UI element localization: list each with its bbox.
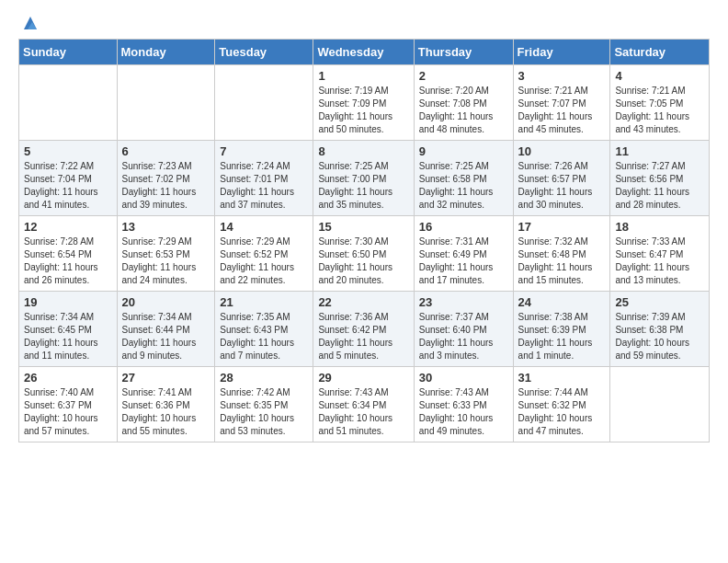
- calendar-cell: 19Sunrise: 7:34 AM Sunset: 6:45 PM Dayli…: [19, 292, 118, 367]
- calendar-cell: 25Sunrise: 7:39 AM Sunset: 6:38 PM Dayli…: [610, 292, 710, 367]
- page: Sunday Monday Tuesday Wednesday Thursday…: [0, 0, 728, 563]
- calendar: Sunday Monday Tuesday Wednesday Thursday…: [18, 39, 710, 442]
- calendar-cell: 20Sunrise: 7:34 AM Sunset: 6:44 PM Dayli…: [117, 292, 215, 367]
- day-info: Sunrise: 7:25 AM Sunset: 6:58 PM Dayligh…: [419, 160, 508, 212]
- calendar-week-row: 12Sunrise: 7:28 AM Sunset: 6:54 PM Dayli…: [19, 216, 710, 292]
- calendar-cell: 15Sunrise: 7:30 AM Sunset: 6:50 PM Dayli…: [313, 216, 414, 292]
- day-info: Sunrise: 7:19 AM Sunset: 7:09 PM Dayligh…: [318, 85, 408, 136]
- calendar-cell: 22Sunrise: 7:36 AM Sunset: 6:42 PM Dayli…: [313, 292, 414, 367]
- calendar-cell: 13Sunrise: 7:29 AM Sunset: 6:53 PM Dayli…: [117, 216, 215, 292]
- day-info: Sunrise: 7:27 AM Sunset: 6:56 PM Dayligh…: [615, 160, 704, 212]
- calendar-cell: 4Sunrise: 7:21 AM Sunset: 7:05 PM Daylig…: [610, 65, 710, 141]
- day-number: 11: [615, 144, 704, 158]
- day-info: Sunrise: 7:25 AM Sunset: 7:00 PM Dayligh…: [318, 160, 408, 212]
- calendar-cell: 24Sunrise: 7:38 AM Sunset: 6:39 PM Dayli…: [513, 292, 610, 367]
- day-number: 18: [615, 220, 704, 234]
- day-number: 7: [220, 144, 308, 158]
- calendar-cell: 28Sunrise: 7:42 AM Sunset: 6:35 PM Dayli…: [215, 367, 313, 442]
- day-info: Sunrise: 7:34 AM Sunset: 6:44 PM Dayligh…: [122, 311, 210, 362]
- calendar-week-row: 19Sunrise: 7:34 AM Sunset: 6:45 PM Dayli…: [19, 292, 710, 367]
- day-number: 14: [220, 220, 308, 234]
- calendar-header-row: Sunday Monday Tuesday Wednesday Thursday…: [19, 40, 710, 65]
- day-number: 25: [615, 295, 704, 309]
- calendar-cell: 14Sunrise: 7:29 AM Sunset: 6:52 PM Dayli…: [215, 216, 313, 292]
- day-info: Sunrise: 7:30 AM Sunset: 6:50 PM Dayligh…: [318, 236, 408, 287]
- day-info: Sunrise: 7:22 AM Sunset: 7:04 PM Dayligh…: [24, 160, 112, 212]
- day-info: Sunrise: 7:20 AM Sunset: 7:08 PM Dayligh…: [419, 85, 508, 136]
- day-number: 12: [24, 220, 112, 234]
- day-info: Sunrise: 7:36 AM Sunset: 6:42 PM Dayligh…: [318, 311, 408, 362]
- day-number: 1: [318, 69, 408, 83]
- day-info: Sunrise: 7:29 AM Sunset: 6:52 PM Dayligh…: [220, 236, 308, 287]
- day-info: Sunrise: 7:32 AM Sunset: 6:48 PM Dayligh…: [518, 236, 606, 287]
- calendar-cell: 9Sunrise: 7:25 AM Sunset: 6:58 PM Daylig…: [414, 141, 513, 216]
- calendar-cell: 8Sunrise: 7:25 AM Sunset: 7:00 PM Daylig…: [313, 141, 414, 216]
- day-number: 5: [24, 144, 112, 158]
- header: [18, 15, 710, 29]
- calendar-cell: [19, 65, 118, 141]
- calendar-cell: 16Sunrise: 7:31 AM Sunset: 6:49 PM Dayli…: [414, 216, 513, 292]
- calendar-cell: 1Sunrise: 7:19 AM Sunset: 7:09 PM Daylig…: [313, 65, 414, 141]
- col-wednesday: Wednesday: [313, 40, 414, 65]
- day-number: 13: [122, 220, 210, 234]
- col-sunday: Sunday: [19, 40, 118, 65]
- calendar-cell: 30Sunrise: 7:43 AM Sunset: 6:33 PM Dayli…: [414, 367, 513, 442]
- day-number: 10: [518, 144, 606, 158]
- day-number: 17: [518, 220, 606, 234]
- col-thursday: Thursday: [414, 40, 513, 65]
- day-number: 27: [122, 371, 210, 385]
- calendar-cell: [215, 65, 313, 141]
- day-number: 31: [518, 371, 606, 385]
- calendar-week-row: 5Sunrise: 7:22 AM Sunset: 7:04 PM Daylig…: [19, 141, 710, 216]
- day-number: 30: [419, 371, 508, 385]
- calendar-cell: 12Sunrise: 7:28 AM Sunset: 6:54 PM Dayli…: [19, 216, 118, 292]
- calendar-cell: 21Sunrise: 7:35 AM Sunset: 6:43 PM Dayli…: [215, 292, 313, 367]
- day-info: Sunrise: 7:43 AM Sunset: 6:34 PM Dayligh…: [318, 386, 408, 438]
- col-monday: Monday: [117, 40, 215, 65]
- day-number: 28: [220, 371, 308, 385]
- calendar-week-row: 1Sunrise: 7:19 AM Sunset: 7:09 PM Daylig…: [19, 65, 710, 141]
- day-info: Sunrise: 7:34 AM Sunset: 6:45 PM Dayligh…: [24, 311, 112, 362]
- day-number: 21: [220, 295, 308, 309]
- day-number: 6: [122, 144, 210, 158]
- calendar-week-row: 26Sunrise: 7:40 AM Sunset: 6:37 PM Dayli…: [19, 367, 710, 442]
- day-info: Sunrise: 7:38 AM Sunset: 6:39 PM Dayligh…: [518, 311, 606, 362]
- day-info: Sunrise: 7:40 AM Sunset: 6:37 PM Dayligh…: [24, 386, 112, 438]
- day-number: 24: [518, 295, 606, 309]
- col-friday: Friday: [513, 40, 610, 65]
- calendar-cell: 26Sunrise: 7:40 AM Sunset: 6:37 PM Dayli…: [19, 367, 118, 442]
- day-info: Sunrise: 7:29 AM Sunset: 6:53 PM Dayligh…: [122, 236, 210, 287]
- day-info: Sunrise: 7:33 AM Sunset: 6:47 PM Dayligh…: [615, 236, 704, 287]
- day-number: 15: [318, 220, 408, 234]
- day-info: Sunrise: 7:26 AM Sunset: 6:57 PM Dayligh…: [518, 160, 606, 212]
- day-number: 22: [318, 295, 408, 309]
- day-number: 26: [24, 371, 112, 385]
- day-info: Sunrise: 7:24 AM Sunset: 7:01 PM Dayligh…: [220, 160, 308, 212]
- day-number: 16: [419, 220, 508, 234]
- day-number: 23: [419, 295, 508, 309]
- day-info: Sunrise: 7:37 AM Sunset: 6:40 PM Dayligh…: [419, 311, 508, 362]
- day-info: Sunrise: 7:39 AM Sunset: 6:38 PM Dayligh…: [615, 311, 704, 362]
- day-info: Sunrise: 7:42 AM Sunset: 6:35 PM Dayligh…: [220, 386, 308, 438]
- day-info: Sunrise: 7:28 AM Sunset: 6:54 PM Dayligh…: [24, 236, 112, 287]
- day-number: 4: [615, 69, 704, 83]
- day-number: 19: [24, 295, 112, 309]
- day-info: Sunrise: 7:21 AM Sunset: 7:07 PM Dayligh…: [518, 85, 606, 136]
- calendar-cell: 5Sunrise: 7:22 AM Sunset: 7:04 PM Daylig…: [19, 141, 118, 216]
- logo-icon: [20, 13, 40, 33]
- calendar-body: 1Sunrise: 7:19 AM Sunset: 7:09 PM Daylig…: [19, 65, 710, 442]
- calendar-cell: 29Sunrise: 7:43 AM Sunset: 6:34 PM Dayli…: [313, 367, 414, 442]
- col-tuesday: Tuesday: [215, 40, 313, 65]
- day-info: Sunrise: 7:41 AM Sunset: 6:36 PM Dayligh…: [122, 386, 210, 438]
- day-number: 20: [122, 295, 210, 309]
- day-number: 8: [318, 144, 408, 158]
- day-info: Sunrise: 7:21 AM Sunset: 7:05 PM Dayligh…: [615, 85, 704, 136]
- calendar-cell: 31Sunrise: 7:44 AM Sunset: 6:32 PM Dayli…: [513, 367, 610, 442]
- calendar-cell: 3Sunrise: 7:21 AM Sunset: 7:07 PM Daylig…: [513, 65, 610, 141]
- day-info: Sunrise: 7:44 AM Sunset: 6:32 PM Dayligh…: [518, 386, 606, 438]
- calendar-cell: 27Sunrise: 7:41 AM Sunset: 6:36 PM Dayli…: [117, 367, 215, 442]
- day-info: Sunrise: 7:43 AM Sunset: 6:33 PM Dayligh…: [419, 386, 508, 438]
- col-saturday: Saturday: [610, 40, 710, 65]
- day-info: Sunrise: 7:31 AM Sunset: 6:49 PM Dayligh…: [419, 236, 508, 287]
- calendar-cell: 17Sunrise: 7:32 AM Sunset: 6:48 PM Dayli…: [513, 216, 610, 292]
